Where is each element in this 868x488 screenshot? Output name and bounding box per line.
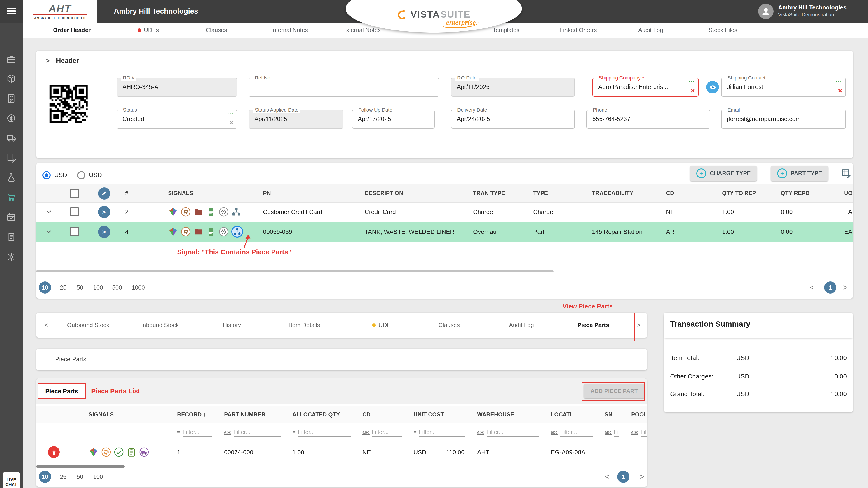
inner-tab-piece-parts[interactable]: Piece Parts — [55, 349, 86, 370]
order-item-row-1[interactable]: > 2 Customer Credit Card Credit Card Cha… — [36, 202, 853, 222]
pool-filter-input[interactable] — [641, 428, 647, 436]
detail-tab-history[interactable]: History — [223, 313, 241, 338]
numeric-filter-icon[interactable]: = — [177, 430, 180, 434]
open-row-button[interactable]: > — [88, 206, 120, 218]
detail-tab-item-details[interactable]: Item Details — [289, 313, 320, 338]
email-field[interactable]: Email jforrest@aeroparadise.com — [721, 110, 846, 129]
next-page-icon[interactable]: > — [640, 470, 644, 483]
text-filter-icon[interactable]: abc — [631, 430, 638, 435]
expand-row-icon[interactable] — [36, 208, 61, 216]
text-filter-icon[interactable]: abc — [362, 430, 369, 435]
user-menu[interactable]: Ambry Hill Technologies VistaSuite Demon… — [758, 4, 846, 19]
prev-page-icon[interactable]: < — [810, 281, 814, 294]
expand-row-icon[interactable] — [36, 228, 61, 236]
gem-signal-icon[interactable] — [89, 447, 98, 457]
status-more-icon[interactable]: ••• — [227, 111, 234, 116]
horizontal-scrollbar[interactable] — [36, 270, 554, 272]
shipping-contact-field[interactable]: Shipping Contact Jillian Forrest ••• × — [721, 78, 846, 97]
numeric-filter-icon[interactable]: = — [292, 430, 296, 434]
text-filter-icon[interactable]: abc — [551, 430, 558, 435]
hamburger-menu-icon[interactable] — [7, 8, 16, 15]
page-size-500[interactable]: 500 — [112, 281, 122, 294]
detail-tabs-scroll-left-icon[interactable]: < — [44, 313, 48, 338]
sort-desc-icon[interactable]: ↓ — [203, 412, 206, 418]
gem-signal-icon[interactable] — [168, 207, 178, 217]
tab-linked-orders[interactable]: Linked Orders — [560, 23, 597, 38]
delete-piece-part-button[interactable] — [48, 446, 60, 458]
detail-tab-inbound-stock[interactable]: Inbound Stock — [141, 313, 179, 338]
package-icon[interactable] — [6, 74, 16, 84]
record-filter-input[interactable] — [183, 428, 212, 436]
cart-signal-icon[interactable] — [181, 207, 191, 217]
current-page-button[interactable]: 1 — [824, 281, 836, 294]
page-size-50[interactable]: 50 — [77, 281, 83, 294]
gear-signal-icon[interactable] — [219, 207, 229, 217]
text-filter-icon[interactable]: abc — [224, 430, 231, 435]
collapse-chevron-icon[interactable]: > — [46, 57, 50, 64]
detail-tab-udf[interactable]: UDF — [372, 313, 391, 338]
calendar-check-icon[interactable] — [6, 212, 16, 222]
cart-signal-icon[interactable] — [181, 227, 191, 237]
order-item-row-2-selected[interactable]: > 4 00059-039 TANK, WASTE, WELDED LINER … — [36, 222, 853, 242]
tab-internal-notes[interactable]: Internal Notes — [271, 23, 308, 38]
cd-filter-input[interactable] — [372, 428, 402, 436]
tab-order-header[interactable]: Order Header — [53, 23, 91, 38]
live-chat-button[interactable]: LIVE CHAT — [3, 473, 20, 488]
van-signal-icon[interactable] — [139, 447, 149, 457]
select-all-checkbox[interactable] — [61, 189, 88, 198]
file-signal-icon[interactable] — [206, 227, 216, 237]
charge-type-button[interactable]: + CHARGE TYPE — [690, 166, 757, 181]
shipping-truck-icon[interactable] — [6, 133, 16, 143]
page-size-25[interactable]: 25 — [60, 470, 67, 483]
horizontal-scrollbar[interactable] — [36, 465, 125, 468]
piece-part-row-1[interactable]: 1 00074-000 1.00 NE USD 110.00 AHT EG-A0… — [36, 442, 647, 462]
warehouse-filter-input[interactable] — [487, 428, 539, 436]
page-size-10[interactable]: 10 — [39, 470, 51, 483]
next-page-icon[interactable]: > — [843, 281, 848, 294]
detail-tab-audit-log[interactable]: Audit Log — [509, 313, 534, 338]
part-type-button[interactable]: + PART TYPE — [771, 166, 828, 181]
tab-udfs[interactable]: UDFs — [137, 23, 159, 38]
location-filter-input[interactable] — [560, 428, 593, 436]
prev-page-icon[interactable]: < — [605, 470, 610, 483]
detail-tabs-scroll-right-icon[interactable]: > — [637, 313, 641, 338]
folder-signal-icon[interactable] — [193, 227, 203, 237]
page-size-100[interactable]: 100 — [93, 470, 103, 483]
sn-filter-input[interactable] — [614, 428, 619, 436]
check-signal-icon[interactable] — [114, 447, 124, 457]
clipboard-signal-icon[interactable] — [126, 447, 136, 457]
invoice-icon[interactable] — [6, 232, 16, 242]
user-avatar-icon[interactable] — [758, 4, 774, 19]
row-checkbox[interactable] — [61, 227, 88, 236]
part-number-filter-input[interactable] — [234, 428, 281, 436]
phone-field[interactable]: Phone 555-764-5237 — [587, 110, 710, 129]
flask-icon[interactable] — [6, 172, 16, 183]
text-filter-icon[interactable]: abc — [604, 430, 612, 435]
currency-radio-usd-1[interactable] — [42, 171, 51, 179]
ref-no-field[interactable]: Ref No — [249, 78, 439, 97]
detail-tab-clauses[interactable]: Clauses — [438, 313, 460, 338]
status-field[interactable]: Status Created ••• × — [117, 110, 237, 129]
status-clear-icon[interactable]: × — [229, 119, 234, 126]
page-size-1000[interactable]: 1000 — [132, 281, 145, 294]
currency-radio-usd-2[interactable] — [77, 171, 85, 179]
gem-signal-icon[interactable] — [168, 227, 178, 237]
settings-gear-icon[interactable] — [6, 252, 16, 262]
shipping-company-field[interactable]: Shipping Company * Aero Paradise Enterpr… — [592, 78, 699, 97]
current-page-button[interactable]: 1 — [617, 470, 629, 483]
view-shipping-company-eye-button[interactable] — [706, 81, 719, 94]
shipping-company-clear-icon[interactable]: × — [691, 87, 695, 94]
sales-dollar-icon[interactable] — [6, 113, 16, 123]
unit-cost-filter-input[interactable] — [419, 428, 465, 436]
row-checkbox[interactable] — [61, 207, 88, 216]
page-size-25[interactable]: 25 — [60, 281, 67, 294]
tab-stock-files[interactable]: Stock Files — [709, 23, 737, 38]
gear-signal-icon[interactable] — [219, 227, 229, 237]
tab-clauses[interactable]: Clauses — [206, 23, 227, 38]
page-size-10[interactable]: 10 — [39, 281, 51, 294]
open-row-button[interactable]: > — [88, 226, 120, 238]
tab-audit-log[interactable]: Audit Log — [638, 23, 663, 38]
aht-logo[interactable]: AHT AMBRY HILL TECHNOLOGIES — [23, 0, 97, 23]
shipping-company-more-icon[interactable]: ••• — [689, 79, 695, 84]
shopping-cart-icon[interactable] — [6, 192, 16, 202]
